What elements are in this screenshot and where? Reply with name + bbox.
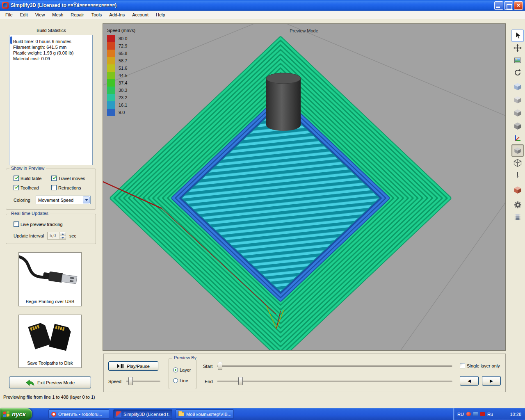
menu-addins[interactable]: Add-Ins — [105, 11, 128, 18]
preview-by-layer-radio[interactable]: Layer — [173, 368, 191, 372]
coloring-value: Movement Speed — [36, 198, 82, 203]
play-pause-label: Play/Pause — [127, 364, 150, 369]
next-layer-button[interactable]: ▶ — [482, 376, 501, 386]
save-toolpaths-button[interactable]: Save Toolpaths to Disk — [18, 315, 82, 368]
cursor-tool-icon[interactable] — [511, 30, 524, 42]
window-titlebar[interactable]: Simplify3D (Licensed to ¤¤Ÿá¤¤¤¤¤¤¤х¤¤¤¤… — [0, 0, 525, 11]
legend-entry: 23.2 — [107, 94, 135, 101]
snapshot-tool-icon[interactable] — [511, 54, 524, 66]
start-label: Start — [203, 364, 212, 369]
checkbox-checked-icon — [14, 185, 19, 190]
close-button[interactable] — [514, 1, 523, 10]
browser-icon — [51, 412, 56, 417]
menu-repair[interactable]: Repair — [67, 11, 87, 18]
language-indicator-2[interactable]: Ru — [487, 412, 493, 417]
retractions-label: Retractions — [58, 185, 81, 190]
start-slider-thumb[interactable] — [218, 362, 222, 370]
app-tray-icon[interactable] — [473, 412, 478, 416]
start-slider[interactable] — [217, 362, 452, 370]
legend-swatch — [107, 101, 115, 109]
legend-title: Speed (mm/s) — [107, 28, 135, 33]
single-layer-checkbox[interactable]: Single layer only — [460, 363, 500, 368]
view-front-icon[interactable] — [511, 107, 524, 119]
realtime-updates-title: Real-time Updates — [9, 211, 50, 216]
build-table-checkbox[interactable]: Build table — [14, 176, 41, 181]
language-indicator[interactable]: RU — [457, 412, 464, 417]
folder-icon — [178, 412, 184, 416]
legend-entry: 30.3 — [107, 87, 135, 94]
checkbox-unchecked-icon — [460, 363, 465, 368]
gpu-tray-icon[interactable] — [480, 412, 485, 416]
stat-material-cost: Material cost: 0.09 — [13, 56, 90, 62]
usb-cable-image — [19, 253, 81, 296]
toolhead-checkbox[interactable]: Toolhead — [14, 185, 39, 190]
stat-build-time: Build time: 0 hours 6 minutes — [13, 39, 90, 44]
menu-tools[interactable]: Tools — [88, 11, 106, 18]
menu-edit[interactable]: Edit — [16, 11, 32, 18]
play-pause-button[interactable]: Play/Pause — [108, 361, 158, 371]
travel-moves-checkbox[interactable]: Travel moves — [51, 176, 85, 181]
preview-by-line-radio[interactable]: Line — [173, 378, 188, 383]
menu-mesh[interactable]: Mesh — [48, 11, 67, 18]
spin-up-icon[interactable] — [60, 232, 66, 236]
app-icon — [2, 2, 9, 9]
view-iso-icon[interactable] — [511, 80, 524, 93]
usb-caption: Begin Printing over USB — [19, 299, 81, 304]
probe-icon[interactable] — [511, 169, 524, 181]
view-side-icon[interactable] — [511, 120, 524, 132]
wireframe-icon[interactable] — [511, 157, 524, 169]
exit-preview-mode-button[interactable]: Exit Preview Mode — [9, 377, 91, 388]
section-view-icon[interactable] — [511, 184, 524, 196]
retractions-checkbox[interactable]: Retractions — [51, 185, 81, 190]
live-preview-label: Live preview tracking — [21, 222, 63, 227]
move-tool-icon[interactable] — [511, 42, 524, 54]
speed-legend: Speed (mm/s) 80.0 72.9 65.8 58.7 51.6 44… — [107, 28, 135, 116]
menu-account[interactable]: Account — [128, 11, 152, 18]
preview-by-title: Preview By — [172, 355, 198, 360]
menu-help[interactable]: Help — [152, 11, 169, 18]
legend-swatch — [107, 35, 115, 42]
legend-swatch — [107, 42, 115, 50]
speed-slider-thumb[interactable] — [128, 377, 133, 385]
back-arrow-icon — [25, 379, 34, 386]
legend-entry: 58.7 — [107, 57, 135, 64]
begin-printing-usb-button[interactable]: Begin Printing over USB — [18, 252, 82, 306]
prev-layer-button[interactable]: ◀ — [460, 376, 479, 386]
minimize-button[interactable] — [494, 1, 503, 10]
settings-gear-icon[interactable] — [511, 199, 524, 211]
layer-stack-icon[interactable] — [511, 211, 524, 223]
radio-unselected-icon — [173, 378, 178, 383]
start-button[interactable]: пуск — [0, 408, 32, 420]
window-controls — [494, 1, 523, 10]
task-label: Ответить • roboforu... — [58, 412, 102, 417]
coloring-select[interactable]: Movement Speed — [36, 196, 91, 204]
build-table-label: Build table — [21, 176, 41, 181]
status-bar: Previewing file from line 1 to 408 (laye… — [0, 392, 525, 408]
spin-down-icon[interactable] — [60, 236, 66, 240]
view-top-icon[interactable] — [511, 94, 524, 106]
taskbar-task-explorer[interactable]: Мой компьютер\VIB... — [176, 409, 234, 419]
menu-view[interactable]: View — [32, 11, 49, 18]
menu-file[interactable]: File — [2, 11, 16, 18]
update-interval-field[interactable]: 5,0 — [47, 232, 66, 240]
solid-render-icon[interactable] — [511, 144, 524, 157]
stats-accent-bar — [10, 37, 12, 44]
desktop: Simplify3D (Licensed to ¤¤Ÿá¤¤¤¤¤¤¤х¤¤¤¤… — [0, 0, 525, 420]
antivirus-tray-icon[interactable] — [466, 412, 471, 416]
taskbar-task-simplify3d[interactable]: Simplify3D (Licensed t... — [113, 409, 172, 419]
sd-caption: Save Toolpaths to Disk — [19, 361, 81, 365]
print-toolpath-canvas[interactable] — [103, 24, 505, 350]
preview-3d-viewport[interactable]: Speed (mm/s) 80.0 72.9 65.8 58.7 51.6 44… — [103, 23, 506, 351]
axes-icon[interactable] — [511, 132, 524, 144]
speed-slider[interactable] — [126, 377, 160, 385]
end-slider[interactable] — [217, 377, 452, 385]
left-panel: Build Statistics Build time: 0 hours 6 m… — [3, 23, 99, 392]
maximize-button[interactable] — [504, 1, 513, 10]
simplify3d-icon — [116, 411, 121, 417]
taskbar-task-browser[interactable]: Ответить • roboforu... — [48, 409, 109, 419]
live-preview-checkbox[interactable]: Live preview tracking — [14, 221, 63, 227]
chevron-down-icon[interactable] — [83, 196, 90, 203]
end-slider-thumb[interactable] — [238, 377, 243, 385]
legend-entry: 80.0 — [107, 35, 135, 42]
rotate-view-icon[interactable] — [511, 66, 524, 79]
